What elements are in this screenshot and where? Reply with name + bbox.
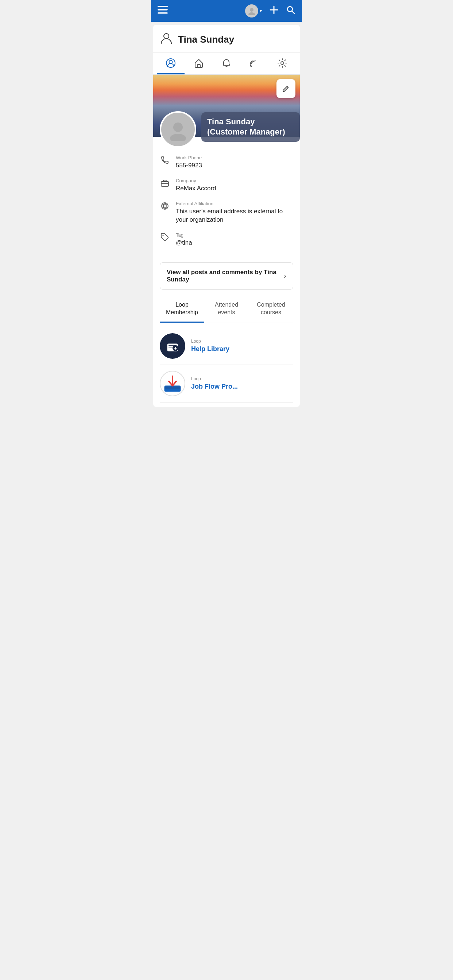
view-posts-button[interactable]: View all posts and comments by Tina Sund… [160, 262, 293, 290]
avatar [245, 5, 258, 18]
tag-label: Tag [176, 232, 192, 238]
svg-rect-27 [164, 387, 180, 390]
search-button[interactable] [286, 5, 295, 17]
svg-rect-0 [158, 6, 168, 7]
user-avatar-button[interactable]: ▾ [245, 5, 262, 18]
svg-rect-12 [197, 65, 200, 67]
work-phone-value: 555-9923 [176, 161, 202, 170]
svg-point-3 [250, 8, 254, 12]
external-affiliation-value: This user's email address is external to… [176, 207, 293, 224]
work-phone-label: Work Phone [176, 155, 202, 161]
svg-point-9 [164, 33, 169, 39]
topbar-right: ▾ [245, 5, 295, 18]
cover-photo: Tina Sunday (Customer Manager) [153, 75, 300, 137]
profile-name: Tina Sunday [178, 34, 234, 45]
svg-point-13 [250, 65, 252, 67]
tag-value: @tina [176, 239, 192, 247]
company-label: Company [176, 178, 216, 183]
svg-rect-1 [158, 9, 168, 11]
tab-feed[interactable] [240, 53, 268, 75]
profile-person-icon [160, 31, 173, 48]
briefcase-icon [160, 179, 170, 189]
company-value: ReMax Accord [176, 184, 216, 193]
svg-point-15 [173, 123, 183, 132]
tag-row: Tag @tina [160, 232, 293, 247]
job-flow-icon-wrap [160, 371, 185, 396]
company-content: Company ReMax Accord [176, 178, 216, 193]
topbar: ▾ [151, 0, 302, 22]
svg-point-23 [163, 235, 164, 236]
external-affiliation-content: External Affiliation This user's email a… [176, 201, 293, 224]
section-tabs: Loop Membership Attended events Complete… [160, 296, 293, 323]
tab-profile[interactable] [157, 53, 185, 75]
cover-user-info: Tina Sunday (Customer Manager) [160, 111, 300, 148]
svg-rect-17 [161, 181, 169, 186]
job-flow-content: Loop Job Flow Pro... [191, 376, 238, 390]
svg-point-4 [248, 13, 255, 15]
loop-list: Loop Help Library Loop Job Flow Pro... [153, 323, 300, 407]
profile-card: Tina Sunday [153, 25, 300, 407]
tab-settings[interactable] [268, 53, 296, 75]
edit-cover-button[interactable] [276, 79, 295, 98]
add-button[interactable] [269, 5, 279, 17]
tab-loop-membership[interactable]: Loop Membership [160, 296, 204, 323]
profile-header: Tina Sunday [153, 25, 300, 53]
tab-home[interactable] [185, 53, 212, 75]
external-affiliation-row: External Affiliation This user's email a… [160, 201, 293, 224]
loop-item-job-flow[interactable]: Loop Job Flow Pro... [160, 365, 293, 402]
external-affiliation-label: External Affiliation [176, 201, 293, 206]
tag-content: Tag @tina [176, 232, 192, 247]
user-avatar [160, 111, 196, 148]
view-posts-text: View all posts and comments by Tina Sund… [167, 269, 284, 283]
help-library-icon-wrap [160, 333, 185, 359]
svg-point-14 [281, 62, 284, 65]
svg-line-8 [292, 11, 295, 14]
work-phone-row: Work Phone 555-9923 [160, 155, 293, 170]
phone-icon [160, 156, 170, 167]
help-library-content: Loop Help Library [191, 339, 230, 353]
svg-point-16 [170, 134, 186, 141]
menu-icon[interactable] [158, 6, 168, 16]
tab-attended-events[interactable]: Attended events [204, 296, 249, 323]
tab-notifications[interactable] [213, 53, 240, 75]
profile-details: Work Phone 555-9923 Company ReMax Accord [153, 137, 300, 262]
view-posts-chevron-icon: › [284, 272, 286, 280]
svg-rect-2 [158, 13, 168, 14]
cover-name-box: Tina Sunday (Customer Manager) [201, 112, 300, 142]
work-phone-content: Work Phone 555-9923 [176, 155, 202, 170]
company-row: Company ReMax Accord [160, 178, 293, 193]
globe-icon [160, 202, 170, 213]
avatar-dropdown-icon: ▾ [260, 8, 262, 13]
tab-completed-courses[interactable]: Completed courses [249, 296, 293, 323]
tag-icon [160, 233, 170, 244]
loop-item-help-library[interactable]: Loop Help Library [160, 328, 293, 365]
icon-tab-row [153, 53, 300, 75]
cover-name-title: Tina Sunday (Customer Manager) [207, 117, 294, 137]
